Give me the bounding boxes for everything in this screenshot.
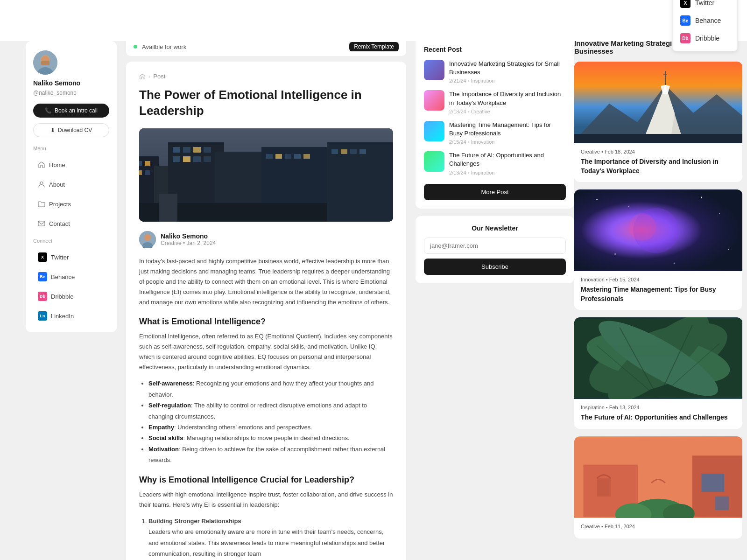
svg-rect-11 [139,161,142,166]
nav-projects[interactable]: Projects [33,197,109,211]
download-cv-button[interactable]: ⬇ Download CV [33,123,109,137]
subscribe-button[interactable]: Subscribe [424,259,566,275]
svg-point-55 [628,206,629,207]
rp-thumb-4 [424,151,444,172]
svg-rect-14 [139,170,142,175]
recent-post-4[interactable]: The Future of AI: Opportunities and Chal… [424,151,566,175]
behance-label: Behance [695,17,721,24]
breadcrumb-separator: › [148,73,150,80]
sidebar-behance-badge: Be [38,272,47,281]
fr-card-1-meta: Creative • Feb 18, 2024 [581,149,736,154]
svg-rect-15 [145,170,150,175]
fr-card-1-body: Creative • Feb 18, 2024 The Importance o… [574,143,742,182]
svg-point-59 [728,249,729,250]
svg-rect-25 [204,156,211,162]
breadcrumb-post: Post [153,73,165,80]
nebula-image [574,189,742,271]
sidebar-twitter[interactable]: X Twitter [33,250,109,264]
book-intro-button[interactable]: 📞 Book an intro call [33,104,109,118]
social-dropdown: X Twitter Be Behance Db Dribbble [672,0,738,51]
nav-contact[interactable]: Contact [33,217,109,231]
recent-posts-title: Recent Post [424,46,566,53]
social-behance-item[interactable]: Be Behance [673,12,737,29]
fr-card-1[interactable]: Creative • Feb 18, 2024 The Importance o… [574,62,742,182]
newsletter-email-input[interactable] [424,238,566,254]
svg-point-5 [40,182,43,185]
post-author: Naliko Semono Creative • Jan 2, 2024 [139,231,393,248]
post-intro: In today's fast-paced and highly competi… [139,256,393,308]
recent-post-3[interactable]: Mastering Time Management: Tips for Busy… [424,121,566,145]
main-container: Naliko Semono @naliko_semono 📞 Book an i… [26,37,747,560]
profile-handle: @naliko_semono [33,90,77,96]
sidebar-dribbble[interactable]: Db Dribbble [33,289,109,303]
fr-card-2-title: Mastering Time Management: Tips for Busy… [581,285,736,303]
rp-thumb-1 [424,60,444,80]
svg-rect-28 [266,154,273,159]
newsletter-title: Our Newsletter [424,224,566,232]
rp-thumb-3 [424,121,444,141]
nav-home[interactable]: Home [33,158,109,172]
leadership-list: Building Stronger Relationships Leaders … [139,516,393,560]
rp-info-3: Mastering Time Management: Tips for Busy… [449,121,566,145]
fr-card-3-meta: Inspiration • Feb 13, 2024 [581,405,736,410]
dribbble-label: Dribbble [695,35,719,42]
recent-posts-card: Recent Post Innovative Marketing Strateg… [416,37,574,209]
svg-rect-20 [193,147,201,153]
recent-post-2[interactable]: The Importance of Diversity and Inclusio… [424,90,566,114]
fr-card-4[interactable]: Creative • Feb 11, 2024 [574,436,742,539]
palm-svg [574,317,742,399]
svg-rect-19 [183,147,190,153]
section-2-body: Leaders with high emotional intelligence… [139,490,393,510]
rp-thumb-2 [424,90,444,111]
recent-post-1[interactable]: Innovative Marketing Strategies for Smal… [424,60,566,84]
fr-card-3[interactable]: Inspiration • Feb 13, 2024 The Future of… [574,317,742,429]
remix-badge[interactable]: Remix Template [349,42,399,51]
social-twitter-item[interactable]: X Twitter [673,0,737,12]
dribbble-badge: Db [680,33,691,43]
svg-rect-34 [159,194,177,222]
connect-label: Connect [33,238,109,244]
fr-card-3-body: Inspiration • Feb 13, 2024 The Future of… [574,399,742,429]
top-bar: X Twitter Be Behance Db Dribbble [0,0,747,41]
ordered-item-1: Building Stronger Relationships Leaders … [148,516,393,560]
download-icon: ⬇ [50,127,55,133]
pink-building-svg [574,436,742,518]
folder-icon [38,200,45,208]
list-item-2: Self-regulation: The ability to control … [148,400,393,422]
author-name: Naliko Semono [161,232,216,240]
content-area: Availble for work Remix Template › Post … [126,37,406,560]
user-icon [38,181,45,188]
twitter-label: Twitter [695,0,714,7]
fr-card-1-title: The Importance of Diversity and Inclusio… [581,157,736,175]
newsletter-card: Our Newsletter Subscribe [416,216,574,283]
nav-about[interactable]: About [33,177,109,191]
sidebar-linkedin[interactable]: Ln LinkedIn [33,309,109,323]
more-post-button[interactable]: More Post [424,184,566,200]
svg-rect-50 [574,134,742,143]
behance-badge: Be [680,15,691,26]
mountain-image [574,62,742,143]
svg-rect-38 [350,149,357,154]
svg-rect-6 [38,221,45,226]
svg-rect-37 [341,149,347,154]
sidebar-twitter-badge: X [38,252,47,262]
fr-card-4-meta: Creative • Feb 11, 2024 [581,524,736,529]
svg-rect-22 [173,156,180,162]
svg-point-53 [629,213,656,240]
available-text: Availble for work [142,43,186,50]
fr-card-4-body: Creative • Feb 11, 2024 [574,518,742,539]
palm-image [574,317,742,399]
svg-rect-36 [331,149,338,154]
mountain-svg [574,62,742,143]
sidebar-behance[interactable]: Be Behance [33,270,109,284]
post-container: › Post The Power of Emotional Intelligen… [126,62,406,560]
post-hero-image [139,128,393,222]
social-dribbble-item[interactable]: Db Dribbble [673,29,737,47]
ei-list: Self-awareness: Recognizing your emotion… [139,378,393,465]
twitter-badge: X [680,0,691,8]
svg-point-56 [701,197,702,198]
home-icon [38,161,45,168]
fr-card-2[interactable]: Innovation • Feb 15, 2024 Mastering Time… [574,189,742,310]
section-2-heading: Why is Emotional Intelligence Crucial fo… [139,475,393,485]
fr-card-2-meta: Innovation • Feb 15, 2024 [581,277,736,282]
